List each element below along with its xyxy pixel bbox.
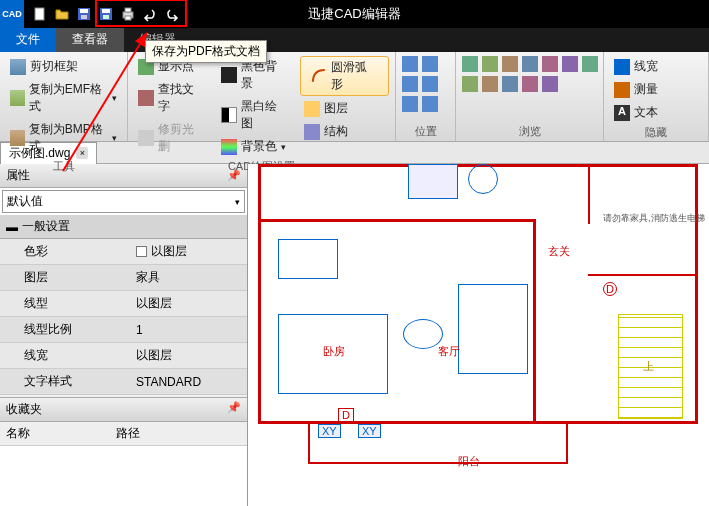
view-icon-2[interactable]: [482, 56, 498, 72]
floor-plan: 卧房 客厅 玄关 阳台 上 请勿靠家具,消防逃生电梯 XY XY D D: [248, 164, 709, 506]
prop-row: 线型比例1: [0, 317, 247, 343]
ruler-icon: [614, 82, 630, 98]
btn-measure[interactable]: 测量: [610, 79, 702, 100]
btn-trim: 修剪光删: [134, 119, 209, 157]
btn-copy-bmp[interactable]: 复制为BMP格式 ▾: [6, 119, 121, 157]
copy-bmp-icon: [10, 130, 25, 146]
drawing-canvas[interactable]: 卧房 客厅 玄关 阳台 上 请勿靠家具,消防逃生电梯 XY XY D D: [248, 164, 709, 506]
favorites-columns: 名称 路径: [0, 422, 247, 446]
collapse-icon: ▬: [6, 220, 18, 234]
property-grid: 色彩以图层 图层家具 线型以图层 线型比例1 线宽以图层 文字样式STANDAR…: [0, 239, 247, 395]
view-icon-10[interactable]: [502, 76, 518, 92]
pos-icon-3[interactable]: [402, 76, 418, 92]
svg-rect-8: [125, 8, 131, 12]
svg-rect-9: [125, 16, 131, 20]
tab-viewer[interactable]: 查看器: [56, 28, 124, 52]
view-icon-1[interactable]: [462, 56, 478, 72]
table: [403, 319, 443, 349]
prop-row: 线宽以图层: [0, 343, 247, 369]
ribbon-tab-bar: 文件 查看器 编辑器: [0, 28, 709, 52]
btn-linewidth[interactable]: 线宽: [610, 56, 702, 77]
color-swatch: [136, 246, 147, 257]
btn-bw-draw[interactable]: 黑白绘图: [217, 96, 292, 134]
qat-save-pdf-icon[interactable]: [96, 4, 116, 24]
defaults-combo[interactable]: 默认值▾: [2, 190, 245, 213]
find-icon: [138, 90, 154, 106]
toilet: [468, 164, 498, 194]
qat-new-icon[interactable]: [30, 4, 50, 24]
pos-icon-4[interactable]: [422, 76, 438, 92]
btn-text[interactable]: A文本: [610, 102, 702, 123]
sofa: [458, 284, 528, 374]
qat-open-icon[interactable]: [52, 4, 72, 24]
bw-icon: [221, 107, 237, 123]
pos-icon-2[interactable]: [422, 56, 438, 72]
trim-icon: [138, 130, 154, 146]
pos-icon-5[interactable]: [402, 96, 418, 112]
qat-save-icon[interactable]: [74, 4, 94, 24]
group-label-hide: 隐藏: [610, 123, 702, 140]
general-section[interactable]: ▬一般设置: [0, 215, 247, 239]
bgcolor-icon: [221, 139, 237, 155]
pos-icon-1[interactable]: [402, 56, 418, 72]
view-icon-7[interactable]: [582, 56, 598, 72]
arc-icon: [311, 68, 327, 84]
btn-bg-color[interactable]: 背景色 ▾: [217, 136, 292, 157]
tooltip-save-pdf: 保存为PDF格式文档: [145, 40, 267, 63]
view-icon-4[interactable]: [522, 56, 538, 72]
group-label-view: 浏览: [462, 122, 597, 139]
prop-row: 文字样式STANDARD: [0, 369, 247, 395]
prop-row: 图层家具: [0, 265, 247, 291]
prop-row: 线型以图层: [0, 291, 247, 317]
left-panel: 属性 📌 默认值▾ ▬一般设置 色彩以图层 图层家具 线型以图层 线型比例1 线…: [0, 164, 248, 506]
chevron-down-icon: ▾: [235, 197, 240, 207]
btn-structure[interactable]: 结构: [300, 121, 389, 142]
svg-rect-2: [80, 9, 88, 13]
linewidth-icon: [614, 59, 630, 75]
svg-rect-0: [35, 8, 44, 20]
btn-smooth-arc[interactable]: 圆滑弧形: [300, 56, 389, 96]
svg-rect-6: [103, 15, 109, 19]
wardrobe: [278, 239, 338, 279]
qat-print-icon[interactable]: [118, 4, 138, 24]
tab-file[interactable]: 文件: [0, 28, 56, 52]
title-bar: CAD 迅捷CAD编辑器: [0, 0, 709, 28]
view-icon-8[interactable]: [462, 76, 478, 92]
view-icon-6[interactable]: [562, 56, 578, 72]
app-title: 迅捷CAD编辑器: [308, 5, 400, 23]
qat-redo-icon[interactable]: [162, 4, 182, 24]
group-label-tools: 工具: [6, 157, 121, 174]
btn-copy-emf[interactable]: 复制为EMF格式 ▾: [6, 79, 121, 117]
pin-icon[interactable]: 📌: [227, 401, 241, 418]
btn-find-text[interactable]: 查找文字: [134, 79, 209, 117]
black-bg-icon: [221, 67, 237, 83]
ribbon: 剪切框架 复制为EMF格式 ▾ 复制为BMP格式 ▾ 工具 显示点 查找文字 修…: [0, 52, 709, 142]
view-icon-9[interactable]: [482, 76, 498, 92]
btn-cut-frame[interactable]: 剪切框架: [6, 56, 121, 77]
pos-icon-6[interactable]: [422, 96, 438, 112]
text-icon: A: [614, 105, 630, 121]
layers-icon: [304, 101, 320, 117]
view-icon-3[interactable]: [502, 56, 518, 72]
scissors-icon: [10, 59, 26, 75]
view-icon-11[interactable]: [522, 76, 538, 92]
app-icon: CAD: [0, 0, 24, 28]
svg-rect-5: [102, 9, 110, 13]
view-icon-12[interactable]: [542, 76, 558, 92]
quick-access-toolbar: [24, 4, 188, 24]
favorites-header: 收藏夹📌: [0, 397, 247, 422]
copy-emf-icon: [10, 90, 25, 106]
btn-layers[interactable]: 图层: [300, 98, 389, 119]
qat-undo-icon[interactable]: [140, 4, 160, 24]
svg-rect-3: [81, 15, 87, 19]
view-icon-5[interactable]: [542, 56, 558, 72]
group-label-pos: 位置: [402, 122, 449, 139]
sink: [408, 164, 458, 199]
prop-row: 色彩以图层: [0, 239, 247, 265]
structure-icon: [304, 124, 320, 140]
